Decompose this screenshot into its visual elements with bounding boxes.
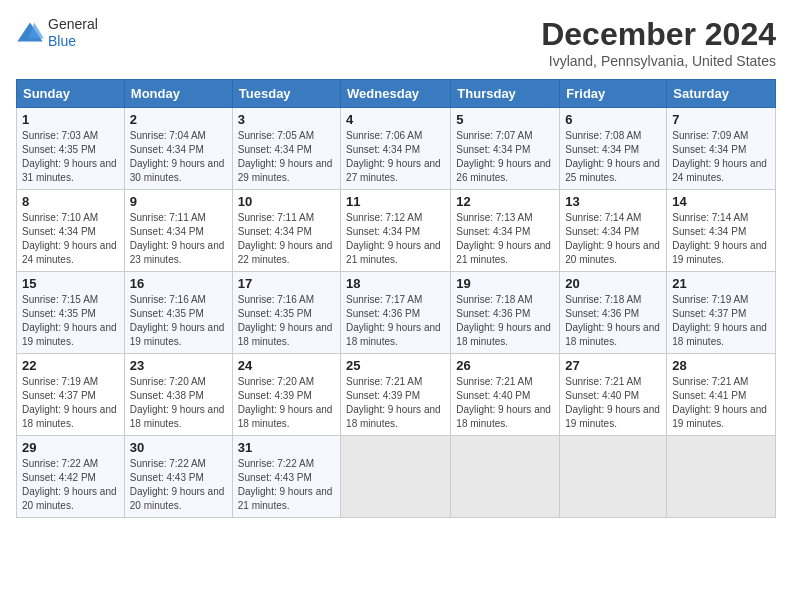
calendar-cell: 4Sunrise: 7:06 AMSunset: 4:34 PMDaylight… xyxy=(341,108,451,190)
day-info: Sunrise: 7:17 AMSunset: 4:36 PMDaylight:… xyxy=(346,293,445,349)
calendar-cell: 5Sunrise: 7:07 AMSunset: 4:34 PMDaylight… xyxy=(451,108,560,190)
calendar-cell: 23Sunrise: 7:20 AMSunset: 4:38 PMDayligh… xyxy=(124,354,232,436)
calendar-cell: 30Sunrise: 7:22 AMSunset: 4:43 PMDayligh… xyxy=(124,436,232,518)
header-day: Wednesday xyxy=(341,80,451,108)
day-number: 17 xyxy=(238,276,335,291)
calendar-cell: 24Sunrise: 7:20 AMSunset: 4:39 PMDayligh… xyxy=(232,354,340,436)
header-day: Sunday xyxy=(17,80,125,108)
header-day: Thursday xyxy=(451,80,560,108)
day-number: 7 xyxy=(672,112,770,127)
day-info: Sunrise: 7:18 AMSunset: 4:36 PMDaylight:… xyxy=(456,293,554,349)
calendar-cell: 7Sunrise: 7:09 AMSunset: 4:34 PMDaylight… xyxy=(667,108,776,190)
day-info: Sunrise: 7:21 AMSunset: 4:41 PMDaylight:… xyxy=(672,375,770,431)
calendar-cell: 29Sunrise: 7:22 AMSunset: 4:42 PMDayligh… xyxy=(17,436,125,518)
calendar-cell: 15Sunrise: 7:15 AMSunset: 4:35 PMDayligh… xyxy=(17,272,125,354)
header-day: Friday xyxy=(560,80,667,108)
calendar-cell: 9Sunrise: 7:11 AMSunset: 4:34 PMDaylight… xyxy=(124,190,232,272)
day-info: Sunrise: 7:06 AMSunset: 4:34 PMDaylight:… xyxy=(346,129,445,185)
calendar-cell: 14Sunrise: 7:14 AMSunset: 4:34 PMDayligh… xyxy=(667,190,776,272)
day-info: Sunrise: 7:10 AMSunset: 4:34 PMDaylight:… xyxy=(22,211,119,267)
calendar-cell xyxy=(667,436,776,518)
day-info: Sunrise: 7:11 AMSunset: 4:34 PMDaylight:… xyxy=(238,211,335,267)
calendar-cell: 19Sunrise: 7:18 AMSunset: 4:36 PMDayligh… xyxy=(451,272,560,354)
day-number: 24 xyxy=(238,358,335,373)
day-number: 4 xyxy=(346,112,445,127)
calendar-cell: 6Sunrise: 7:08 AMSunset: 4:34 PMDaylight… xyxy=(560,108,667,190)
calendar-header: SundayMondayTuesdayWednesdayThursdayFrid… xyxy=(17,80,776,108)
day-info: Sunrise: 7:12 AMSunset: 4:34 PMDaylight:… xyxy=(346,211,445,267)
day-info: Sunrise: 7:21 AMSunset: 4:40 PMDaylight:… xyxy=(456,375,554,431)
day-number: 29 xyxy=(22,440,119,455)
header-day: Saturday xyxy=(667,80,776,108)
day-info: Sunrise: 7:21 AMSunset: 4:39 PMDaylight:… xyxy=(346,375,445,431)
day-number: 14 xyxy=(672,194,770,209)
day-number: 1 xyxy=(22,112,119,127)
day-number: 10 xyxy=(238,194,335,209)
logo-text: General Blue xyxy=(48,16,98,50)
calendar-week-row: 1Sunrise: 7:03 AMSunset: 4:35 PMDaylight… xyxy=(17,108,776,190)
calendar-cell: 31Sunrise: 7:22 AMSunset: 4:43 PMDayligh… xyxy=(232,436,340,518)
day-number: 2 xyxy=(130,112,227,127)
day-info: Sunrise: 7:15 AMSunset: 4:35 PMDaylight:… xyxy=(22,293,119,349)
day-number: 3 xyxy=(238,112,335,127)
title-section: December 2024 Ivyland, Pennsylvania, Uni… xyxy=(541,16,776,69)
day-info: Sunrise: 7:22 AMSunset: 4:43 PMDaylight:… xyxy=(130,457,227,513)
day-info: Sunrise: 7:20 AMSunset: 4:39 PMDaylight:… xyxy=(238,375,335,431)
header-row: SundayMondayTuesdayWednesdayThursdayFrid… xyxy=(17,80,776,108)
calendar-cell: 3Sunrise: 7:05 AMSunset: 4:34 PMDaylight… xyxy=(232,108,340,190)
calendar-body: 1Sunrise: 7:03 AMSunset: 4:35 PMDaylight… xyxy=(17,108,776,518)
day-info: Sunrise: 7:16 AMSunset: 4:35 PMDaylight:… xyxy=(130,293,227,349)
calendar-cell: 20Sunrise: 7:18 AMSunset: 4:36 PMDayligh… xyxy=(560,272,667,354)
day-number: 22 xyxy=(22,358,119,373)
day-info: Sunrise: 7:05 AMSunset: 4:34 PMDaylight:… xyxy=(238,129,335,185)
calendar-cell: 13Sunrise: 7:14 AMSunset: 4:34 PMDayligh… xyxy=(560,190,667,272)
calendar-week-row: 8Sunrise: 7:10 AMSunset: 4:34 PMDaylight… xyxy=(17,190,776,272)
day-number: 16 xyxy=(130,276,227,291)
calendar-cell: 12Sunrise: 7:13 AMSunset: 4:34 PMDayligh… xyxy=(451,190,560,272)
day-number: 21 xyxy=(672,276,770,291)
day-number: 28 xyxy=(672,358,770,373)
header-day: Monday xyxy=(124,80,232,108)
calendar-cell: 25Sunrise: 7:21 AMSunset: 4:39 PMDayligh… xyxy=(341,354,451,436)
day-number: 8 xyxy=(22,194,119,209)
day-number: 23 xyxy=(130,358,227,373)
day-info: Sunrise: 7:21 AMSunset: 4:40 PMDaylight:… xyxy=(565,375,661,431)
calendar-cell: 26Sunrise: 7:21 AMSunset: 4:40 PMDayligh… xyxy=(451,354,560,436)
day-info: Sunrise: 7:11 AMSunset: 4:34 PMDaylight:… xyxy=(130,211,227,267)
day-number: 12 xyxy=(456,194,554,209)
day-number: 13 xyxy=(565,194,661,209)
day-info: Sunrise: 7:22 AMSunset: 4:42 PMDaylight:… xyxy=(22,457,119,513)
day-number: 6 xyxy=(565,112,661,127)
calendar-cell: 18Sunrise: 7:17 AMSunset: 4:36 PMDayligh… xyxy=(341,272,451,354)
day-number: 19 xyxy=(456,276,554,291)
day-info: Sunrise: 7:07 AMSunset: 4:34 PMDaylight:… xyxy=(456,129,554,185)
calendar-cell xyxy=(341,436,451,518)
day-info: Sunrise: 7:09 AMSunset: 4:34 PMDaylight:… xyxy=(672,129,770,185)
calendar-cell xyxy=(560,436,667,518)
calendar-title: December 2024 xyxy=(541,16,776,53)
day-info: Sunrise: 7:03 AMSunset: 4:35 PMDaylight:… xyxy=(22,129,119,185)
day-number: 18 xyxy=(346,276,445,291)
calendar-cell: 17Sunrise: 7:16 AMSunset: 4:35 PMDayligh… xyxy=(232,272,340,354)
calendar-table: SundayMondayTuesdayWednesdayThursdayFrid… xyxy=(16,79,776,518)
day-info: Sunrise: 7:16 AMSunset: 4:35 PMDaylight:… xyxy=(238,293,335,349)
calendar-cell: 22Sunrise: 7:19 AMSunset: 4:37 PMDayligh… xyxy=(17,354,125,436)
calendar-subtitle: Ivyland, Pennsylvania, United States xyxy=(541,53,776,69)
calendar-cell: 11Sunrise: 7:12 AMSunset: 4:34 PMDayligh… xyxy=(341,190,451,272)
day-info: Sunrise: 7:22 AMSunset: 4:43 PMDaylight:… xyxy=(238,457,335,513)
day-info: Sunrise: 7:20 AMSunset: 4:38 PMDaylight:… xyxy=(130,375,227,431)
day-info: Sunrise: 7:08 AMSunset: 4:34 PMDaylight:… xyxy=(565,129,661,185)
calendar-cell: 28Sunrise: 7:21 AMSunset: 4:41 PMDayligh… xyxy=(667,354,776,436)
day-number: 11 xyxy=(346,194,445,209)
calendar-cell: 2Sunrise: 7:04 AMSunset: 4:34 PMDaylight… xyxy=(124,108,232,190)
calendar-cell: 16Sunrise: 7:16 AMSunset: 4:35 PMDayligh… xyxy=(124,272,232,354)
day-info: Sunrise: 7:04 AMSunset: 4:34 PMDaylight:… xyxy=(130,129,227,185)
day-number: 9 xyxy=(130,194,227,209)
header: General Blue December 2024 Ivyland, Penn… xyxy=(16,16,776,69)
day-number: 26 xyxy=(456,358,554,373)
day-number: 31 xyxy=(238,440,335,455)
calendar-cell: 10Sunrise: 7:11 AMSunset: 4:34 PMDayligh… xyxy=(232,190,340,272)
day-info: Sunrise: 7:14 AMSunset: 4:34 PMDaylight:… xyxy=(672,211,770,267)
calendar-cell xyxy=(451,436,560,518)
day-info: Sunrise: 7:13 AMSunset: 4:34 PMDaylight:… xyxy=(456,211,554,267)
